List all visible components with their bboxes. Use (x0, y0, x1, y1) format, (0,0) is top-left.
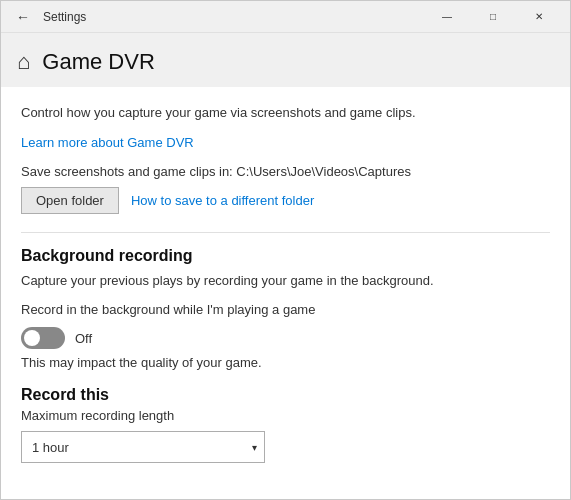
close-button[interactable]: ✕ (516, 1, 562, 33)
learn-more-link[interactable]: Learn more about Game DVR (21, 135, 194, 150)
record-section-title: Record this (21, 386, 550, 404)
impact-note: This may impact the quality of your game… (21, 355, 550, 370)
title-bar: ← Settings — □ ✕ (1, 1, 570, 33)
open-folder-button[interactable]: Open folder (21, 187, 119, 214)
toggle-row: Off (21, 327, 550, 349)
maximize-button[interactable]: □ (470, 1, 516, 33)
divider-1 (21, 232, 550, 233)
main-content: Control how you capture your game via sc… (1, 87, 570, 499)
title-bar-controls: — □ ✕ (424, 1, 562, 33)
how-to-save-link[interactable]: How to save to a different folder (131, 193, 314, 208)
save-path-actions: Open folder How to save to a different f… (21, 187, 550, 214)
background-recording-toggle[interactable] (21, 327, 65, 349)
intro-description: Control how you capture your game via sc… (21, 103, 550, 123)
toggle-thumb (24, 330, 40, 346)
window-title: Settings (43, 10, 86, 24)
settings-window: ← Settings — □ ✕ ⌂ Game DVR Control how … (0, 0, 571, 500)
minimize-button[interactable]: — (424, 1, 470, 33)
back-button[interactable]: ← (9, 3, 37, 31)
recording-length-dropdown-container: 30 minutes 1 hour 2 hours 4 hours ▾ (21, 431, 265, 463)
toggle-row-label: Record in the background while I'm playi… (21, 302, 550, 317)
record-section-subtitle: Maximum recording length (21, 408, 550, 423)
save-path-label: Save screenshots and game clips in: C:\U… (21, 164, 550, 179)
page-title: Game DVR (42, 49, 154, 75)
background-section-title: Background recording (21, 247, 550, 265)
recording-length-select[interactable]: 30 minutes 1 hour 2 hours 4 hours (21, 431, 265, 463)
page-header: ⌂ Game DVR (1, 33, 570, 87)
title-bar-left: ← Settings (9, 3, 424, 31)
home-icon: ⌂ (17, 49, 30, 75)
background-section-desc: Capture your previous plays by recording… (21, 271, 550, 291)
toggle-track (21, 327, 65, 349)
toggle-state-label: Off (75, 331, 92, 346)
